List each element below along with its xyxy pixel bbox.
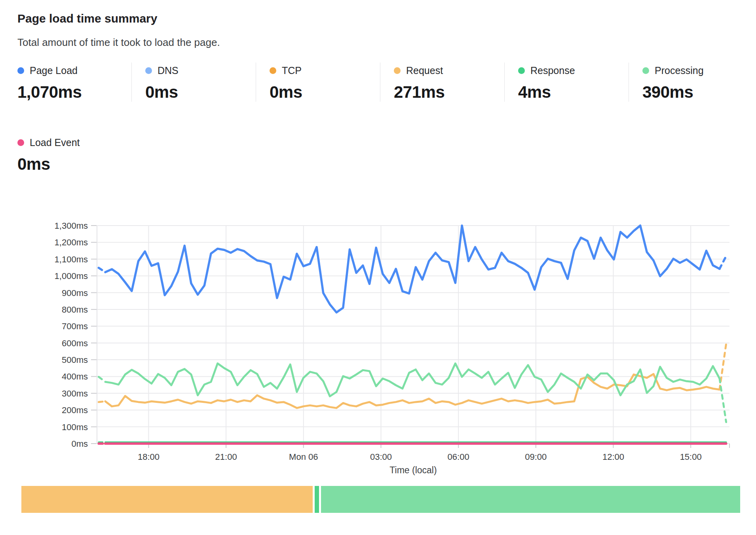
y-tick-label: 1,300ms	[55, 221, 88, 231]
chart-gridlines	[97, 226, 729, 444]
x-tick-label: 15:00	[680, 452, 702, 462]
y-tick-label: 200ms	[62, 405, 88, 415]
y-tick-label: 600ms	[62, 338, 88, 348]
series-line-page-load[interactable]	[105, 226, 720, 313]
series-line-page-load[interactable]	[99, 268, 105, 272]
series-line-processing[interactable]	[99, 377, 105, 382]
series-line-request[interactable]	[99, 401, 105, 402]
x-tick-label: 18:00	[138, 452, 160, 462]
bar-segment-request[interactable]	[21, 486, 313, 513]
bar-segment-processing[interactable]	[321, 486, 740, 513]
x-tick-label: 03:00	[370, 452, 392, 462]
series-line-processing[interactable]	[105, 363, 720, 396]
x-tick-label: 06:00	[448, 452, 469, 462]
y-tick-label: 300ms	[62, 389, 88, 398]
x-axis-title: Time (local)	[389, 465, 437, 475]
x-tick-label: 09:00	[525, 452, 547, 462]
chart-series	[99, 226, 726, 444]
x-tick-label: 12:00	[602, 452, 624, 462]
x-tick-label: 21:00	[215, 452, 237, 462]
y-tick-label: 0ms	[71, 439, 88, 449]
y-tick-label: 100ms	[62, 422, 88, 432]
page-load-summary-panel: Page load time summary Total amount of t…	[0, 0, 756, 535]
series-line-page-load[interactable]	[720, 256, 726, 269]
y-tick-label: 400ms	[62, 372, 88, 381]
y-tick-label: 1,200ms	[55, 237, 88, 247]
y-tick-label: 1,100ms	[55, 254, 88, 264]
y-tick-label: 500ms	[62, 355, 88, 365]
y-tick-label: 1,000ms	[55, 271, 88, 281]
bar-segment-response[interactable]	[315, 486, 319, 513]
y-tick-label: 700ms	[62, 321, 88, 331]
x-tick-label: Mon 06	[289, 452, 318, 462]
load-time-line-chart[interactable]: 0ms100ms200ms300ms400ms500ms600ms700ms80…	[0, 0, 756, 535]
y-tick-label: 800ms	[62, 305, 88, 315]
y-tick-label: 900ms	[62, 288, 88, 298]
latest-check-breakdown-bar	[21, 486, 740, 513]
